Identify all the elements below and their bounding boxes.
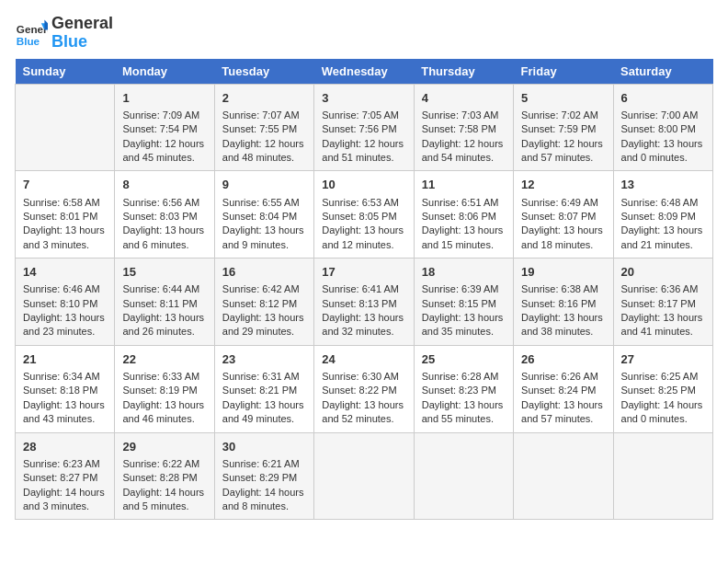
day-detail: Daylight: 13 hours bbox=[222, 311, 306, 325]
day-number: 25 bbox=[422, 351, 506, 368]
calendar-cell: 25Sunrise: 6:28 AMSunset: 8:23 PMDayligh… bbox=[414, 345, 513, 432]
day-detail: Sunset: 7:55 PM bbox=[222, 122, 306, 136]
day-number: 9 bbox=[222, 177, 306, 193]
day-detail: Sunset: 8:04 PM bbox=[222, 210, 306, 224]
day-number: 1 bbox=[122, 90, 206, 107]
day-detail: and 3 minutes. bbox=[23, 238, 107, 252]
day-detail: Sunrise: 6:30 AM bbox=[322, 370, 405, 384]
calendar-cell: 26Sunrise: 6:26 AMSunset: 8:24 PMDayligh… bbox=[514, 345, 613, 432]
day-detail: Sunset: 8:09 PM bbox=[621, 210, 705, 224]
day-detail: and 35 minutes. bbox=[422, 325, 506, 339]
day-detail: Sunrise: 7:07 AM bbox=[222, 109, 306, 122]
day-detail: and 29 minutes. bbox=[222, 325, 306, 339]
day-detail: Sunset: 8:16 PM bbox=[521, 297, 605, 311]
day-detail: Sunset: 8:29 PM bbox=[222, 471, 306, 485]
day-detail: Sunset: 8:15 PM bbox=[422, 297, 506, 311]
day-detail: Daylight: 13 hours bbox=[621, 224, 705, 237]
day-detail: and 0 minutes. bbox=[621, 412, 705, 426]
day-detail: and 26 minutes. bbox=[122, 325, 206, 339]
day-detail: Daylight: 13 hours bbox=[422, 311, 506, 325]
day-number: 7 bbox=[23, 177, 107, 193]
calendar-cell: 23Sunrise: 6:31 AMSunset: 8:21 PMDayligh… bbox=[214, 345, 313, 432]
calendar-header-monday: Monday bbox=[115, 59, 214, 85]
calendar-cell: 12Sunrise: 6:49 AMSunset: 8:07 PMDayligh… bbox=[514, 171, 613, 259]
day-detail: Daylight: 12 hours bbox=[322, 137, 405, 151]
calendar-cell: 21Sunrise: 6:34 AMSunset: 8:18 PMDayligh… bbox=[16, 345, 115, 432]
day-detail: and 3 minutes. bbox=[23, 500, 107, 513]
day-detail: Sunset: 8:28 PM bbox=[122, 471, 206, 485]
calendar-cell: 3Sunrise: 7:05 AMSunset: 7:56 PMDaylight… bbox=[314, 84, 414, 171]
day-number: 20 bbox=[621, 264, 705, 281]
day-detail: Sunset: 7:56 PM bbox=[322, 122, 405, 136]
day-detail: Sunset: 8:24 PM bbox=[521, 384, 605, 397]
day-number: 29 bbox=[122, 439, 206, 455]
day-detail: Sunrise: 7:09 AM bbox=[122, 109, 206, 122]
calendar-cell bbox=[613, 432, 712, 520]
day-detail: Daylight: 13 hours bbox=[322, 311, 405, 325]
day-detail: Sunrise: 6:51 AM bbox=[422, 196, 506, 210]
day-detail: Daylight: 13 hours bbox=[222, 398, 306, 412]
day-detail: and 9 minutes. bbox=[222, 238, 306, 252]
calendar-week-row: 14Sunrise: 6:46 AMSunset: 8:10 PMDayligh… bbox=[16, 259, 713, 346]
calendar-cell: 20Sunrise: 6:36 AMSunset: 8:17 PMDayligh… bbox=[613, 259, 712, 346]
day-detail: Daylight: 13 hours bbox=[422, 224, 506, 237]
day-detail: Sunrise: 7:05 AM bbox=[322, 109, 405, 122]
day-detail: and 5 minutes. bbox=[122, 500, 206, 513]
day-detail: Sunrise: 7:03 AM bbox=[422, 109, 506, 122]
calendar-week-row: 7Sunrise: 6:58 AMSunset: 8:01 PMDaylight… bbox=[16, 171, 713, 259]
day-detail: Sunset: 7:54 PM bbox=[122, 122, 206, 136]
logo-text: General Blue bbox=[51, 15, 113, 52]
calendar-cell: 13Sunrise: 6:48 AMSunset: 8:09 PMDayligh… bbox=[613, 171, 712, 259]
day-detail: and 38 minutes. bbox=[521, 325, 605, 339]
day-number: 19 bbox=[521, 264, 605, 281]
calendar-header-friday: Friday bbox=[514, 59, 613, 85]
day-detail: and 45 minutes. bbox=[122, 151, 206, 165]
day-number: 6 bbox=[621, 90, 705, 107]
calendar-header-thursday: Thursday bbox=[414, 59, 513, 85]
day-detail: and 23 minutes. bbox=[23, 325, 107, 339]
day-detail: Sunrise: 6:39 AM bbox=[422, 282, 506, 296]
day-detail: Sunrise: 6:41 AM bbox=[322, 282, 405, 296]
calendar-header-tuesday: Tuesday bbox=[214, 59, 313, 85]
logo: General Blue General Blue bbox=[15, 15, 113, 52]
day-detail: Daylight: 12 hours bbox=[422, 137, 506, 151]
day-detail: and 51 minutes. bbox=[322, 151, 405, 165]
day-detail: Sunrise: 6:34 AM bbox=[23, 370, 107, 384]
day-detail: Daylight: 14 hours bbox=[621, 398, 705, 412]
day-detail: Daylight: 13 hours bbox=[23, 311, 107, 325]
day-detail: Sunset: 8:01 PM bbox=[23, 210, 107, 224]
day-number: 16 bbox=[222, 264, 306, 281]
day-detail: and 6 minutes. bbox=[122, 238, 206, 252]
calendar-cell: 16Sunrise: 6:42 AMSunset: 8:12 PMDayligh… bbox=[214, 259, 313, 346]
calendar-cell: 6Sunrise: 7:00 AMSunset: 8:00 PMDaylight… bbox=[613, 84, 712, 171]
calendar-cell bbox=[414, 432, 513, 520]
calendar-cell: 28Sunrise: 6:23 AMSunset: 8:27 PMDayligh… bbox=[16, 432, 115, 520]
day-detail: Sunset: 8:12 PM bbox=[222, 297, 306, 311]
day-detail: Sunset: 8:22 PM bbox=[322, 384, 405, 397]
day-detail: Sunrise: 6:49 AM bbox=[521, 196, 605, 210]
svg-marker-3 bbox=[44, 19, 48, 29]
day-detail: Sunrise: 6:56 AM bbox=[122, 196, 206, 210]
day-number: 24 bbox=[322, 351, 405, 368]
day-number: 30 bbox=[222, 439, 306, 455]
day-detail: Sunset: 8:00 PM bbox=[621, 122, 705, 136]
day-detail: Sunrise: 6:36 AM bbox=[621, 282, 705, 296]
day-detail: and 18 minutes. bbox=[521, 238, 605, 252]
calendar-cell bbox=[514, 432, 613, 520]
day-number: 23 bbox=[222, 351, 306, 368]
day-number: 14 bbox=[23, 264, 107, 281]
day-detail: Daylight: 13 hours bbox=[122, 224, 206, 237]
day-number: 18 bbox=[422, 264, 506, 281]
day-number: 11 bbox=[422, 177, 506, 193]
day-detail: Sunrise: 6:55 AM bbox=[222, 196, 306, 210]
calendar-cell: 24Sunrise: 6:30 AMSunset: 8:22 PMDayligh… bbox=[314, 345, 414, 432]
day-detail: Daylight: 13 hours bbox=[322, 224, 405, 237]
day-detail: Sunset: 8:07 PM bbox=[521, 210, 605, 224]
day-detail: Sunrise: 6:53 AM bbox=[322, 196, 405, 210]
day-detail: and 52 minutes. bbox=[322, 412, 405, 426]
day-detail: Daylight: 13 hours bbox=[621, 137, 705, 151]
day-detail: Daylight: 13 hours bbox=[521, 398, 605, 412]
day-detail: and 32 minutes. bbox=[322, 325, 405, 339]
day-detail: Daylight: 12 hours bbox=[222, 137, 306, 151]
calendar-cell: 29Sunrise: 6:22 AMSunset: 8:28 PMDayligh… bbox=[115, 432, 214, 520]
